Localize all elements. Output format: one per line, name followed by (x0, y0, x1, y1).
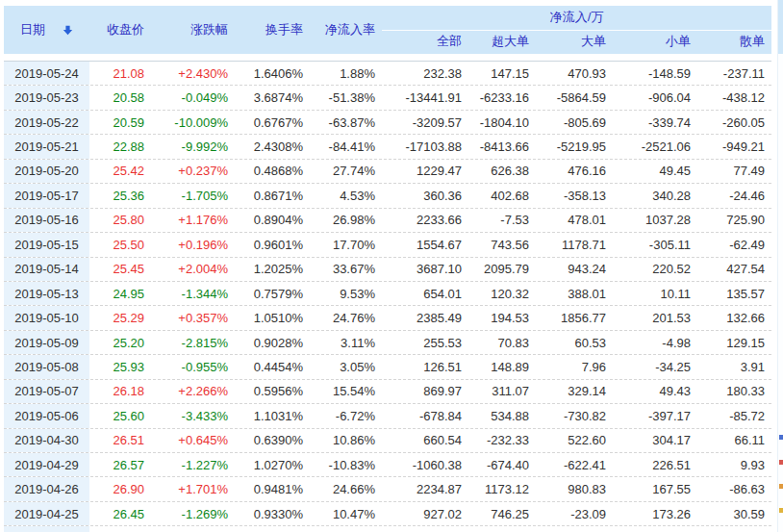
cell-inflow-rate: -84.41% (310, 135, 382, 158)
cell-date: 2019-05-17 (4, 184, 89, 207)
cell-super-large: -6233.16 (468, 86, 536, 109)
cell-date: 2019-05-20 (4, 160, 89, 183)
cell-turnover: 1.6406% (235, 62, 310, 85)
table-header: 日期 收盘价 涨跌幅 换手率 净流入率 净流入/万 全部 超大单 大单 小单 散… (4, 6, 771, 54)
cell-small: -906.04 (613, 86, 697, 109)
table-row: 2019-05-1625.80+1.176%0.8904%26.98%2233.… (4, 209, 771, 233)
cell-large: 7.96 (536, 355, 613, 378)
cell-super-large: 626.38 (468, 160, 536, 183)
cell-scatter: 132.66 (697, 306, 771, 329)
cell-all: 232.38 (382, 62, 468, 85)
cell-change: +0.357% (151, 306, 235, 329)
cell-change: +0.645% (151, 429, 235, 452)
cell-all: -678.84 (382, 404, 468, 427)
column-header-scatter: 散单 (697, 29, 771, 54)
cell-scatter: 129.15 (697, 331, 771, 354)
table-row: 2019-04-2926.57-1.227%1.0270%-10.83%-106… (4, 453, 771, 477)
cutoff-icon-fragment (779, 460, 783, 465)
cell-scatter: 3.91 (697, 355, 771, 378)
cell-super-large: 194.53 (468, 306, 536, 329)
cell-super-large: 120.32 (468, 282, 536, 305)
cell-inflow-rate: 3.05% (310, 355, 382, 378)
cell-inflow-rate: 10.47% (310, 502, 382, 525)
cell-date: 2019-05-22 (4, 111, 89, 134)
cell-scatter: -438.12 (697, 86, 771, 109)
cell-date: 2019-05-21 (4, 135, 89, 158)
cell-super-large: -232.33 (468, 429, 536, 452)
cell-close: 25.42 (89, 160, 151, 183)
cell-change: -1.269% (151, 502, 235, 525)
cell-close: 26.18 (89, 380, 151, 403)
cell-close: 25.80 (89, 209, 151, 232)
cell-date: 2019-05-07 (4, 380, 89, 403)
column-header-all: 全部 (382, 29, 468, 54)
cell-all: 2234.87 (382, 477, 468, 500)
cell-turnover: 3.6874% (235, 86, 310, 109)
cell-close: 25.20 (89, 331, 151, 354)
cell-super-large: -7.53 (468, 209, 536, 232)
cutoff-icon-fragment (779, 435, 783, 440)
cell-turnover: 1.1031% (235, 404, 310, 427)
cell-scatter: 30.59 (697, 502, 771, 525)
table-body: 2019-05-2421.08+2.430%1.6406%1.88%232.38… (4, 61, 771, 526)
cell-inflow-rate: 9.53% (310, 282, 382, 305)
cell-small: -397.17 (613, 404, 697, 427)
cell-super-large: 311.07 (468, 380, 536, 403)
cell-large: -358.13 (536, 184, 613, 207)
column-header-turnover: 换手率 (235, 6, 310, 54)
cell-all: -17103.88 (382, 135, 468, 158)
cell-all: 2233.66 (382, 209, 468, 232)
cell-super-large: -674.40 (468, 453, 536, 476)
cell-super-large: -1804.10 (468, 111, 536, 134)
column-header-small: 小单 (613, 29, 697, 54)
cell-turnover: 0.4454% (235, 355, 310, 378)
cell-small: 226.51 (613, 453, 697, 476)
column-header-close: 收盘价 (89, 6, 151, 54)
table-row: 2019-05-1725.36-1.705%0.8671%4.53%360.36… (4, 184, 771, 208)
cell-close: 20.59 (89, 111, 151, 134)
cell-scatter: -237.11 (697, 62, 771, 85)
cell-date: 2019-04-30 (4, 429, 89, 452)
column-header-inflow-rate: 净流入率 (310, 6, 382, 54)
cell-turnover: 0.4868% (235, 160, 310, 183)
cell-turnover: 0.8671% (235, 184, 310, 207)
cell-change: -3.433% (151, 404, 235, 427)
cell-large: -23.09 (536, 502, 613, 525)
cell-close: 25.93 (89, 355, 151, 378)
cell-scatter: -949.21 (697, 135, 771, 158)
cell-scatter: 725.90 (697, 209, 771, 232)
cell-small: -34.25 (613, 355, 697, 378)
cell-date: 2019-05-15 (4, 233, 89, 256)
cell-change: -0.955% (151, 355, 235, 378)
column-header-change: 涨跌幅 (151, 6, 235, 54)
cell-small: 49.45 (613, 160, 697, 183)
cell-date: 2019-05-23 (4, 86, 89, 109)
cell-inflow-rate: 24.76% (310, 306, 382, 329)
cell-small: 1037.28 (613, 209, 697, 232)
cell-scatter: -24.46 (697, 184, 771, 207)
cell-date: 2019-04-26 (4, 477, 89, 500)
cell-inflow-rate: 26.98% (310, 209, 382, 232)
cell-small: 173.26 (613, 502, 697, 525)
cell-date: 2019-04-29 (4, 453, 89, 476)
column-header-large: 大单 (536, 29, 613, 54)
cell-all: -3209.57 (382, 111, 468, 134)
cell-super-large: 402.68 (468, 184, 536, 207)
table-row: 2019-05-0925.20-2.815%0.9028%3.11%255.53… (4, 331, 771, 355)
cell-large: 1178.71 (536, 233, 613, 256)
cell-inflow-rate: 1.88% (310, 62, 382, 85)
cell-large: 329.14 (536, 380, 613, 403)
cell-turnover: 1.2025% (235, 258, 310, 281)
cell-all: 1554.67 (382, 233, 468, 256)
table-row: 2019-05-2025.42+0.237%0.4868%27.74%1229.… (4, 160, 771, 184)
cell-super-large: 534.88 (468, 404, 536, 427)
cell-change: +2.004% (151, 258, 235, 281)
cell-all: 360.36 (382, 184, 468, 207)
cell-large: -805.69 (536, 111, 613, 134)
cell-all: 2385.49 (382, 306, 468, 329)
cell-large: 980.83 (536, 477, 613, 500)
column-header-date[interactable]: 日期 (4, 6, 89, 54)
cell-turnover: 0.9601% (235, 233, 310, 256)
cell-turnover: 0.6767% (235, 111, 310, 134)
cell-small: -148.59 (613, 62, 697, 85)
